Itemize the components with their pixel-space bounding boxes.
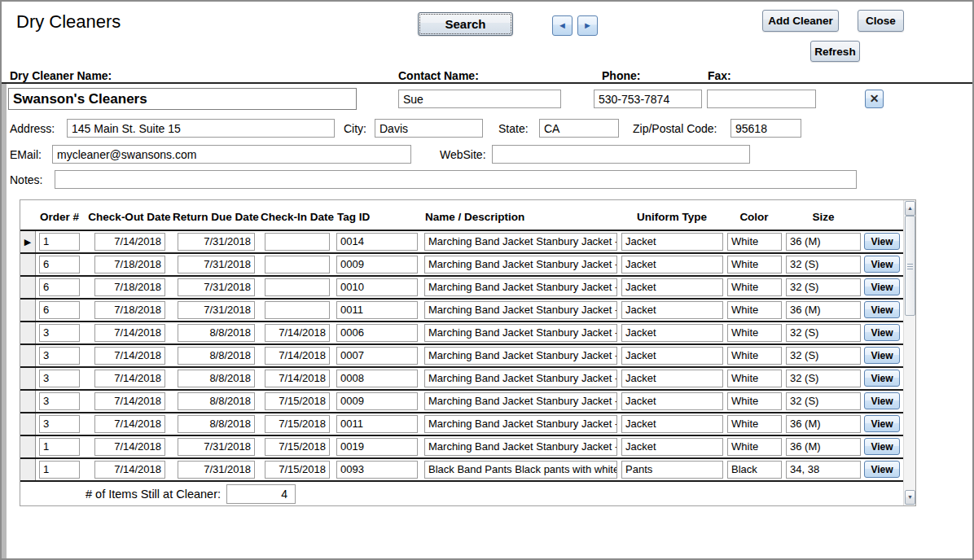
cell-tag-id[interactable]: 0011 [336,415,418,433]
cell-check-out-date[interactable]: 7/14/2018 [94,347,165,365]
cell-uniform-type[interactable]: Jacket [621,392,723,410]
add-cleaner-button[interactable]: Add Cleaner [762,10,839,32]
grid-scrollbar[interactable]: ▲ ▼ [903,200,915,505]
view-button[interactable]: View [864,392,900,409]
cell-check-in-date[interactable]: 7/15/2018 [265,438,330,456]
view-button[interactable]: View [864,324,900,341]
cell-return-due-date[interactable]: 7/31/2018 [178,301,255,319]
address-field[interactable] [67,119,335,138]
cell-name-description[interactable]: Marching Band Jacket Stanbury Jacket - W… [424,370,617,387]
cell-return-due-date[interactable]: 7/31/2018 [178,438,255,456]
cell-return-due-date[interactable]: 8/8/2018 [178,415,255,433]
cell-tag-id[interactable]: 0009 [336,392,418,410]
cell-tag-id[interactable]: 0010 [336,278,418,296]
view-button[interactable]: View [864,415,900,432]
cell-size[interactable]: 36 (M) [786,438,861,456]
next-record-button[interactable]: ► [577,15,598,36]
scroll-up-button[interactable]: ▲ [905,201,915,216]
cell-order[interactable]: 3 [39,347,80,365]
state-field[interactable] [539,119,619,138]
cell-check-out-date[interactable]: 7/14/2018 [94,461,165,479]
cell-size[interactable]: 32 (S) [786,256,861,273]
view-button[interactable]: View [864,461,900,478]
cell-color[interactable]: White [727,233,782,251]
cell-order[interactable]: 3 [39,370,80,387]
cell-tag-id[interactable]: 0014 [336,233,418,251]
cell-color[interactable]: White [727,415,782,433]
view-button[interactable]: View [864,278,900,295]
cell-check-out-date[interactable]: 7/14/2018 [94,233,165,251]
cell-color[interactable]: White [727,347,782,365]
cell-color[interactable]: White [727,256,782,273]
cell-tag-id[interactable]: 0011 [336,301,418,319]
cell-order[interactable]: 1 [39,233,80,251]
cell-check-in-date[interactable]: 7/15/2018 [265,415,330,433]
cell-name-description[interactable]: Marching Band Jacket Stanbury Jacket - W… [424,256,617,273]
cell-name-description[interactable]: Marching Band Jacket Stanbury Jacket - W… [424,392,617,410]
cell-size[interactable]: 32 (S) [786,278,861,296]
cell-color[interactable]: White [727,438,782,456]
cell-order[interactable]: 3 [39,392,80,410]
row-selector[interactable] [20,345,36,366]
cell-color[interactable]: White [727,392,782,410]
cell-check-out-date[interactable]: 7/18/2018 [94,301,165,319]
cell-name-description[interactable]: Marching Band Jacket Stanbury Jacket - W… [424,347,617,365]
cell-check-out-date[interactable]: 7/14/2018 [94,415,165,433]
cell-size[interactable]: 36 (M) [786,233,861,251]
cell-tag-id[interactable]: 0008 [336,370,418,387]
cell-check-out-date[interactable]: 7/14/2018 [94,370,165,387]
row-selector[interactable]: ▶ [20,231,36,252]
cell-name-description[interactable]: Marching Band Jacket Stanbury Jacket - W… [424,301,617,319]
cell-size[interactable]: 32 (S) [786,392,861,410]
view-button[interactable]: View [864,370,900,387]
cell-tag-id[interactable]: 0006 [336,324,418,342]
fax-field[interactable] [707,90,816,108]
cell-return-due-date[interactable]: 8/8/2018 [178,370,255,387]
close-button[interactable]: Close [858,10,904,32]
cell-uniform-type[interactable]: Jacket [621,415,723,433]
cell-check-out-date[interactable]: 7/18/2018 [94,278,165,296]
cell-return-due-date[interactable]: 8/8/2018 [178,347,255,365]
cell-name-description[interactable]: Black Band Pants Black pants with white … [424,461,617,479]
cell-uniform-type[interactable]: Jacket [621,324,723,342]
view-button[interactable]: View [864,438,900,455]
cell-color[interactable]: White [727,324,782,342]
cell-size[interactable]: 32 (S) [786,347,861,365]
cell-color[interactable]: White [727,278,782,296]
cell-check-in-date[interactable]: 7/15/2018 [265,461,330,479]
scroll-down-button[interactable]: ▼ [905,490,915,505]
cell-check-in-date[interactable] [265,233,330,251]
cell-uniform-type[interactable]: Jacket [621,233,723,251]
website-field[interactable] [492,145,750,164]
cell-order[interactable]: 6 [39,256,80,273]
row-selector[interactable] [20,254,36,275]
row-selector[interactable] [20,413,36,435]
cell-uniform-type[interactable]: Jacket [621,301,723,319]
cell-check-in-date[interactable] [265,278,330,296]
cell-return-due-date[interactable]: 8/8/2018 [178,324,255,342]
cell-tag-id[interactable]: 0007 [336,347,418,365]
previous-record-button[interactable]: ◄ [552,15,573,36]
cell-name-description[interactable]: Marching Band Jacket Stanbury Jacket - W… [424,278,617,296]
view-button[interactable]: View [864,347,900,364]
cell-order[interactable]: 1 [39,461,80,479]
cell-check-in-date[interactable]: 7/14/2018 [265,370,330,387]
cell-uniform-type[interactable]: Jacket [621,370,723,387]
zip-field[interactable] [730,119,801,138]
cell-uniform-type[interactable]: Pants [621,461,723,479]
cell-tag-id[interactable]: 0093 [336,461,418,479]
city-field[interactable] [375,119,483,138]
email-field[interactable] [52,145,411,164]
scrollbar-thumb[interactable] [905,216,915,316]
cell-size[interactable]: 32 (S) [786,324,861,342]
cell-size[interactable]: 34, 38 [786,461,861,479]
row-selector[interactable] [20,459,36,480]
view-button[interactable]: View [864,301,900,318]
cell-uniform-type[interactable]: Jacket [621,347,723,365]
cell-size[interactable]: 36 (M) [786,415,861,433]
row-selector[interactable] [20,368,36,389]
cell-return-due-date[interactable]: 7/31/2018 [178,461,255,479]
contact-name-field[interactable] [398,90,561,108]
cell-order[interactable]: 6 [39,301,80,319]
view-button[interactable]: View [864,256,900,273]
